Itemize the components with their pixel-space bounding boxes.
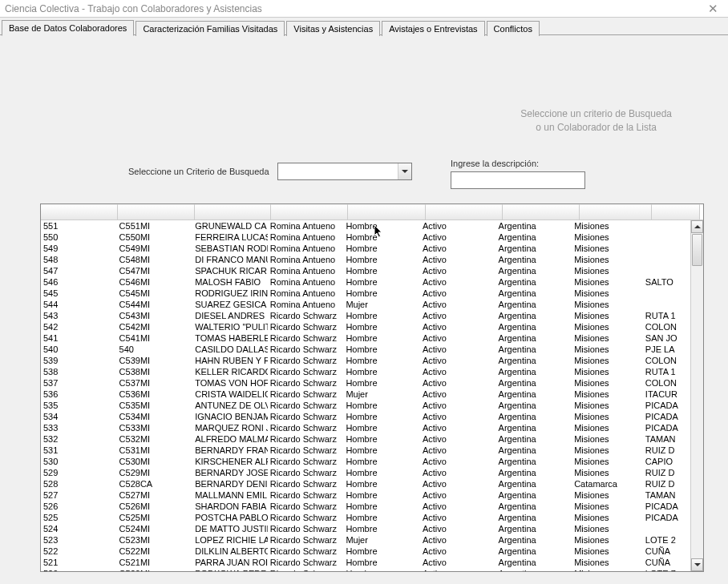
description-input[interactable]	[451, 171, 585, 189]
cell: Argentina	[496, 422, 572, 433]
cell: 539	[41, 355, 117, 366]
vertical-scrollbar[interactable]	[690, 220, 703, 571]
table-row[interactable]: 533C533MIMARQUEZ RONI JRicardo SchwarzHo…	[41, 422, 690, 433]
cell: Argentina	[496, 232, 572, 243]
table-row[interactable]: 535C535MIANTUNEZ DE OLVRicardo SchwarzHo…	[41, 400, 690, 411]
cell: Mujer	[343, 389, 420, 400]
cell: ITACUR	[643, 389, 690, 400]
table-row[interactable]: 546C546MIMALOSH FABIORomina AntuenoHombr…	[41, 276, 690, 288]
close-icon[interactable]: ✕	[703, 2, 723, 16]
cell: SUAREZ GESICA	[192, 299, 268, 310]
cell: Misiones	[572, 467, 643, 478]
table-row[interactable]: 542C542MIWALTERIO "PULITRicardo SchwarzH…	[41, 321, 690, 332]
table-row[interactable]: 536C536MICRISTA WAIDELICRicardo SchwarzM…	[41, 389, 690, 400]
table-row[interactable]: 538C538MIKELLER RICARDORicardo SchwarzHo…	[41, 366, 690, 377]
cell: 545	[41, 288, 117, 299]
cell: Misiones	[572, 321, 643, 332]
table-row[interactable]: 525C525MIPOSTCHA PABLORicardo SchwarzHom…	[41, 512, 690, 523]
cell: DI FRANCO MANU	[192, 254, 268, 265]
cell: LOTE 2	[643, 534, 690, 546]
cell: PICADA	[643, 501, 690, 512]
cell: 528	[41, 478, 117, 489]
scroll-down-icon[interactable]	[691, 558, 703, 571]
table-row[interactable]: 531C531MIBERNARDY FRANRicardo SchwarzHom…	[41, 445, 690, 456]
col-header[interactable]	[271, 204, 348, 220]
col-header[interactable]	[118, 204, 195, 220]
table-row[interactable]: 547C547MISPACHUK RICARRomina AntuenoHomb…	[41, 265, 690, 276]
scroll-thumb[interactable]	[692, 234, 702, 266]
cell: Ricardo Schwarz	[268, 355, 344, 366]
col-header[interactable]	[503, 204, 580, 220]
col-header[interactable]	[195, 204, 271, 220]
cell: C528CA	[117, 478, 193, 489]
col-header[interactable]	[580, 204, 652, 220]
scroll-up-icon[interactable]	[691, 220, 703, 233]
cell: Ricardo Schwarz	[268, 332, 344, 344]
cell: Activo	[420, 478, 496, 489]
col-header[interactable]	[348, 204, 426, 220]
cell: C548MI	[117, 254, 193, 265]
table-row[interactable]: 524C524MIDE MATTO JUSTINRicardo SchwarzH…	[41, 523, 690, 534]
cell: Hombre	[343, 456, 420, 467]
table-row[interactable]: 548C548MIDI FRANCO MANURomina AntuenoHom…	[41, 254, 690, 265]
tab-4[interactable]: Conflictos	[487, 21, 540, 36]
table-row[interactable]: 545C545MIRODRIGUEZ IRINERomina AntuenoHo…	[41, 288, 690, 299]
table-row[interactable]: 522C522MIDILKLIN ALBERTORicardo SchwarzH…	[41, 546, 690, 557]
cell: Activo	[420, 501, 496, 512]
cell: Argentina	[496, 321, 572, 332]
cell: Mujer	[343, 299, 420, 310]
cell: Hombre	[343, 523, 420, 534]
tab-0[interactable]: Base de Datos Colaboradores	[2, 20, 134, 36]
cell: Activo	[420, 344, 496, 355]
tab-2[interactable]: Visitas y Asistencias	[286, 21, 380, 36]
table-row[interactable]: 541C541MITOMAS HABERLERicardo SchwarzHom…	[41, 332, 690, 344]
cell: 523	[41, 534, 117, 546]
cell: BERNARDY JOSE	[192, 467, 268, 478]
cell: 529	[41, 467, 117, 478]
table-row[interactable]: 539C539MIHAHN RUBEN Y FRicardo SchwarzHo…	[41, 355, 690, 366]
table-row[interactable]: 537C537MITOMAS VON HOFRicardo SchwarzHom…	[41, 377, 690, 389]
cell: C521MI	[117, 557, 193, 568]
cell: Hombre	[343, 344, 420, 355]
cell: PODKOWA PEDRO	[192, 568, 268, 571]
table-row[interactable]: 530C530MIKIRSCHENER ALFRicardo SchwarzHo…	[41, 456, 690, 467]
table-row[interactable]: 529C529MIBERNARDY JOSERicardo SchwarzHom…	[41, 467, 690, 478]
cell: Activo	[420, 411, 496, 422]
tab-1[interactable]: Caracterización Familias Visitadas	[135, 21, 285, 36]
table-row[interactable]: 550C550MIFERREIRA LUCASRomina AntuenoHom…	[41, 232, 690, 243]
cell: Hombre	[343, 489, 420, 501]
chevron-down-icon[interactable]	[398, 163, 411, 179]
cell: DILKLIN ALBERTO	[192, 546, 268, 557]
cell: C549MI	[117, 243, 193, 254]
cell: C541MI	[117, 332, 193, 344]
table-row[interactable]: 527C527MIMALLMANN EMILIRicardo SchwarzHo…	[41, 489, 690, 501]
col-header[interactable]	[652, 204, 700, 220]
cell: Ricardo Schwarz	[268, 433, 344, 445]
table-row[interactable]: 532C532MIALFREDO MALMARicardo SchwarzHom…	[41, 433, 690, 445]
cell: Romina Antueno	[268, 232, 344, 243]
cell: Hombre	[343, 445, 420, 456]
table-row[interactable]: 551C551MIGRUNEWALD CARomina AntuenoHombr…	[41, 220, 690, 232]
col-header[interactable]	[41, 204, 118, 220]
cell: LOPEZ RICHIE LA	[192, 534, 268, 546]
table-row[interactable]: 520C520MIPODKOWA PEDRORicardo SchwarzHom…	[41, 568, 690, 571]
table-row[interactable]: 549C549MISEBASTIAN RODRRomina AntuenoHom…	[41, 243, 690, 254]
table-row[interactable]: 544C544MISUAREZ GESICARomina AntuenoMuje…	[41, 299, 690, 310]
table-row[interactable]: 523C523MILOPEZ RICHIE LARicardo SchwarzM…	[41, 534, 690, 546]
criteria-select[interactable]	[277, 163, 412, 180]
cell: Ricardo Schwarz	[268, 568, 344, 571]
table-row[interactable]: 526C526MISHARDON FABIARicardo SchwarzHom…	[41, 501, 690, 512]
table-row[interactable]: 540540CASILDO DALLASRicardo SchwarzHombr…	[41, 344, 690, 355]
table-row[interactable]: 534C534MIIGNACIO BENJAMRicardo SchwarzHo…	[41, 411, 690, 422]
cell: COLON	[643, 321, 690, 332]
cell: Catamarca	[572, 478, 643, 489]
cell: COLON	[643, 355, 690, 366]
table-row[interactable]: 543C543MIDIESEL ANDRESRicardo SchwarzHom…	[41, 310, 690, 321]
cell	[643, 232, 690, 243]
cell: Romina Antueno	[268, 243, 344, 254]
tab-3[interactable]: Avistajes o Entrevistas	[382, 21, 484, 36]
table-row[interactable]: 528C528CABERNARDY DENISRicardo SchwarzHo…	[41, 478, 690, 489]
cell: CASILDO DALLAS	[192, 344, 268, 355]
table-row[interactable]: 521C521MIPARRA JUAN ROIRicardo SchwarzHo…	[41, 557, 690, 568]
col-header[interactable]	[426, 204, 503, 220]
